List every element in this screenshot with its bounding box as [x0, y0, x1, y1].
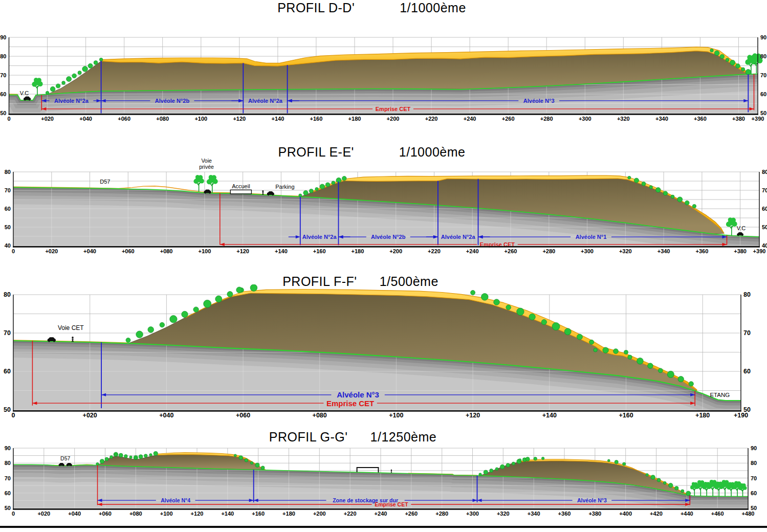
- svg-text:+020: +020: [83, 412, 97, 419]
- svg-text:+390: +390: [753, 248, 766, 254]
- dimension-label: Alvéole N°2a: [441, 234, 476, 240]
- svg-text:+360: +360: [694, 116, 707, 122]
- svg-text:90: 90: [5, 445, 11, 451]
- person-icon: [391, 470, 392, 473]
- svg-text:90: 90: [751, 445, 757, 451]
- dimension-label: Alvéole N°2a: [248, 98, 283, 104]
- svg-text:60: 60: [751, 490, 757, 496]
- svg-text:+160: +160: [313, 248, 326, 254]
- svg-text:+220: +220: [425, 116, 438, 122]
- svg-text:+080: +080: [160, 248, 173, 254]
- svg-text:+020: +020: [37, 511, 50, 517]
- svg-text:0: 0: [12, 412, 15, 419]
- svg-text:0: 0: [12, 248, 15, 254]
- svg-text:+360: +360: [558, 511, 571, 517]
- svg-text:70: 70: [743, 329, 751, 337]
- car-icon: [737, 232, 743, 236]
- svg-text:+380: +380: [734, 248, 747, 254]
- dimension-label: Alvéole N°2b: [155, 98, 190, 104]
- svg-text:+320: +320: [619, 248, 632, 254]
- goal-frame-icon: [357, 468, 379, 473]
- dimension-label: Alvéole N°2b: [371, 234, 406, 240]
- profil-gg-chart: Alvéole N°4Zone de stockage sur durAlvéo…: [0, 439, 767, 523]
- svg-text:80: 80: [762, 169, 767, 175]
- svg-text:+280: +280: [542, 248, 555, 254]
- svg-text:+390: +390: [752, 116, 764, 122]
- svg-text:+240: +240: [464, 116, 476, 122]
- svg-text:+460: +460: [711, 511, 724, 517]
- svg-text:0: 0: [12, 511, 15, 517]
- dimension-label: Alvéole N°2a: [54, 98, 89, 104]
- svg-text:+260: +260: [502, 116, 515, 122]
- dimension-label: Alvéole N°3: [523, 98, 555, 104]
- svg-text:90: 90: [0, 34, 6, 40]
- annotation-label: Parking: [275, 184, 294, 190]
- svg-text:+220: +220: [428, 248, 441, 254]
- profil-dd-title: PROFIL D-D' 1/1000ème: [0, 1, 755, 15]
- svg-text:60: 60: [5, 206, 11, 212]
- car-icon: [267, 191, 274, 195]
- svg-text:80: 80: [5, 460, 11, 466]
- svg-text:60: 60: [743, 368, 751, 375]
- svg-text:+180: +180: [282, 511, 295, 517]
- svg-text:90: 90: [760, 34, 766, 40]
- svg-text:+320: +320: [497, 511, 510, 517]
- dimension-label: Emprise CET: [376, 106, 411, 112]
- svg-text:70: 70: [762, 187, 767, 193]
- svg-text:+140: +140: [542, 412, 557, 419]
- annotation-label: D57: [100, 179, 110, 185]
- svg-text:60: 60: [0, 91, 6, 97]
- svg-text:+180: +180: [352, 248, 364, 254]
- annotation-label: ETANG: [710, 392, 730, 398]
- dimension-label: Alvéole N°2a: [302, 234, 337, 240]
- dimension-label: Alvéole N°1: [576, 234, 607, 240]
- svg-text:+080: +080: [129, 511, 142, 517]
- svg-text:+120: +120: [236, 248, 249, 254]
- car-icon: [67, 463, 72, 466]
- svg-text:80: 80: [5, 169, 11, 175]
- svg-text:+340: +340: [528, 511, 540, 517]
- car-icon: [48, 337, 56, 342]
- annotation-label: Voie CET: [58, 324, 84, 331]
- svg-text:+160: +160: [252, 511, 265, 517]
- svg-text:+360: +360: [696, 248, 709, 254]
- svg-text:+220: +220: [344, 511, 357, 517]
- svg-text:+260: +260: [505, 248, 517, 254]
- svg-text:+100: +100: [160, 511, 173, 517]
- svg-text:+240: +240: [466, 248, 479, 254]
- sheet-border-line: [0, 526, 767, 528]
- svg-text:+420: +420: [650, 511, 663, 517]
- svg-text:+280: +280: [540, 116, 553, 122]
- svg-text:70: 70: [751, 475, 757, 481]
- svg-text:+140: +140: [275, 248, 288, 254]
- svg-text:+300: +300: [581, 248, 594, 254]
- annotation-label: V.C: [737, 225, 746, 231]
- annotation-label: privée: [199, 164, 214, 170]
- svg-text:80: 80: [4, 291, 11, 298]
- svg-text:+320: +320: [617, 116, 630, 122]
- annotation-label: Accueil: [232, 183, 250, 189]
- svg-text:+080: +080: [156, 116, 169, 122]
- svg-text:+340: +340: [658, 248, 670, 254]
- svg-text:+060: +060: [99, 511, 112, 517]
- svg-text:0: 0: [7, 116, 10, 122]
- svg-text:+440: +440: [681, 511, 693, 517]
- profil-dd-scale-text: 1/1000ème: [400, 1, 466, 15]
- profile-drawing-sheet: PROFIL D-D' 1/1000ème Alvéole N°2aAlvéol…: [0, 0, 767, 532]
- svg-text:60: 60: [762, 206, 767, 212]
- svg-text:+100: +100: [389, 412, 403, 419]
- svg-text:+160: +160: [619, 412, 633, 419]
- car-icon: [24, 97, 31, 101]
- svg-text:+040: +040: [79, 116, 92, 122]
- svg-text:80: 80: [751, 460, 757, 466]
- dimension-label: Alvéole N°4: [161, 497, 190, 503]
- tree-icon: [193, 175, 204, 192]
- svg-text:+040: +040: [68, 511, 81, 517]
- tree-icon: [32, 78, 42, 95]
- profil-dd-chart: Alvéole N°2aAlvéole N°2bAlvéole N°2aAlvé…: [0, 27, 767, 125]
- svg-text:+380: +380: [732, 116, 745, 122]
- svg-text:50: 50: [4, 406, 11, 413]
- dimension-label: Emprise CET: [375, 501, 408, 507]
- svg-text:80: 80: [743, 291, 751, 298]
- svg-text:+100: +100: [199, 248, 211, 254]
